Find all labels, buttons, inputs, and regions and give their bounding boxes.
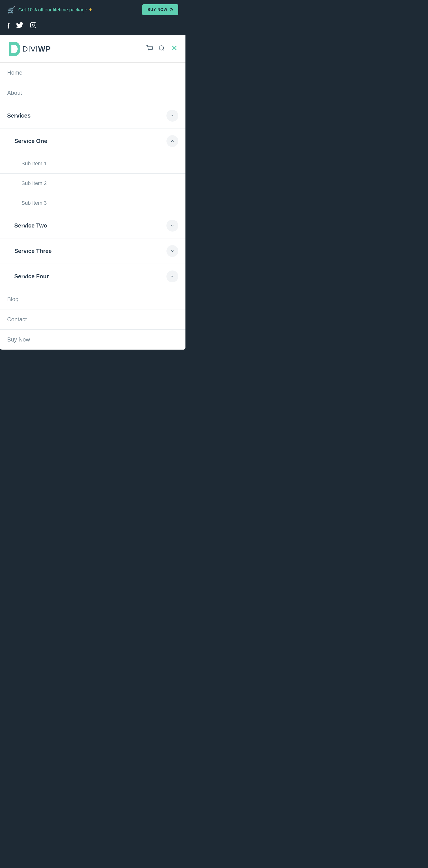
nav-item-sub-2-row[interactable]: Sub Item 2 [0, 174, 186, 193]
social-bar: f [0, 20, 186, 35]
promo-bar: 🛒 Get 10% off our lifetime package ✦ BUY… [0, 0, 186, 20]
logo-text: DIVIWP [22, 45, 51, 54]
nav-item-contact: Contact [0, 309, 186, 330]
promo-left: 🛒 Get 10% off our lifetime package ✦ [7, 6, 92, 14]
nav-buy-now-label: Buy Now [7, 336, 30, 343]
logo-divi: DIVI [22, 45, 38, 53]
nav-service-one-label: Service One [14, 138, 47, 145]
nav-item-buy-now: Buy Now [0, 330, 186, 349]
arrow-icon: ⊙ [169, 7, 173, 12]
nav-item-home-row[interactable]: Home [0, 63, 186, 83]
nav-item-sub-1: Sub Item 1 [0, 154, 186, 174]
svg-point-3 [148, 51, 149, 51]
nav-item-home: Home [0, 63, 186, 83]
svg-point-1 [32, 24, 34, 26]
promo-text: Get 10% off our lifetime package ✦ [18, 7, 92, 12]
promo-buy-now-button[interactable]: BUY NOW ⊙ [142, 4, 178, 15]
svg-point-5 [159, 45, 164, 50]
nav-item-sub-1-row[interactable]: Sub Item 1 [0, 154, 186, 173]
nav-item-services-row[interactable]: Services [0, 103, 186, 128]
nav-item-sub-3: Sub Item 3 [0, 193, 186, 213]
nav-item-service-four-row[interactable]: Service Four [0, 264, 186, 289]
cart-icon[interactable] [146, 45, 153, 53]
nav-item-services: Services [0, 103, 186, 128]
svg-point-4 [152, 51, 152, 51]
nav-item-sub-3-row[interactable]: Sub Item 3 [0, 193, 186, 213]
sparkle-icon: ✦ [88, 7, 92, 12]
service-one-chevron-up-button[interactable] [167, 135, 178, 147]
site-header: DIVIWP [0, 35, 186, 63]
promo-cart-icon: 🛒 [7, 6, 16, 14]
nav-contact-label: Contact [7, 316, 27, 323]
nav-item-blog-row[interactable]: Blog [0, 289, 186, 309]
nav-item-about: About [0, 83, 186, 103]
nav-home-label: Home [7, 69, 22, 76]
nav-item-sub-2: Sub Item 2 [0, 174, 186, 193]
services-chevron-up-button[interactable] [167, 110, 178, 122]
twitter-icon[interactable] [16, 22, 23, 30]
nav-item-service-two: Service Two [0, 213, 186, 239]
logo-area: DIVIWP [7, 41, 51, 57]
svg-point-2 [34, 23, 35, 24]
nav-item-service-two-row[interactable]: Service Two [0, 213, 186, 238]
nav-about-label: About [7, 90, 22, 96]
logo-d-icon [7, 41, 21, 57]
header-icons [146, 44, 178, 54]
nav-services-label: Services [7, 112, 31, 119]
logo-wp: WP [38, 45, 51, 53]
nav-item-about-row[interactable]: About [0, 83, 186, 103]
svg-rect-0 [30, 22, 36, 28]
nav-item-service-three-row[interactable]: Service Three [0, 239, 186, 264]
nav-item-service-three: Service Three [0, 239, 186, 264]
search-icon[interactable] [159, 45, 165, 53]
promo-text-label: Get 10% off our lifetime package [18, 7, 87, 12]
nav-sub-2-label: Sub Item 2 [21, 180, 47, 186]
nav-item-buy-now-row[interactable]: Buy Now [0, 330, 186, 349]
nav-menu: Home About Services Service One [0, 63, 186, 349]
nav-service-two-label: Service Two [14, 222, 47, 229]
facebook-icon[interactable]: f [7, 22, 9, 30]
nav-item-blog: Blog [0, 289, 186, 309]
nav-service-three-label: Service Three [14, 248, 52, 254]
nav-item-contact-row[interactable]: Contact [0, 309, 186, 330]
nav-service-four-label: Service Four [14, 273, 49, 280]
nav-item-service-four: Service Four [0, 264, 186, 289]
nav-item-service-one: Service One [0, 128, 186, 154]
nav-sub-3-label: Sub Item 3 [21, 200, 47, 206]
service-four-chevron-down-button[interactable] [167, 271, 178, 282]
instagram-icon[interactable] [30, 22, 37, 30]
promo-buy-now-label: BUY NOW [147, 8, 167, 12]
background-overlay [0, 349, 186, 539]
service-three-chevron-down-button[interactable] [167, 245, 178, 257]
nav-item-service-one-row[interactable]: Service One [0, 128, 186, 154]
nav-blog-label: Blog [7, 296, 19, 303]
svg-line-6 [163, 50, 164, 51]
service-two-chevron-down-button[interactable] [167, 220, 178, 231]
nav-sub-1-label: Sub Item 1 [21, 160, 47, 167]
close-icon[interactable] [170, 44, 178, 54]
